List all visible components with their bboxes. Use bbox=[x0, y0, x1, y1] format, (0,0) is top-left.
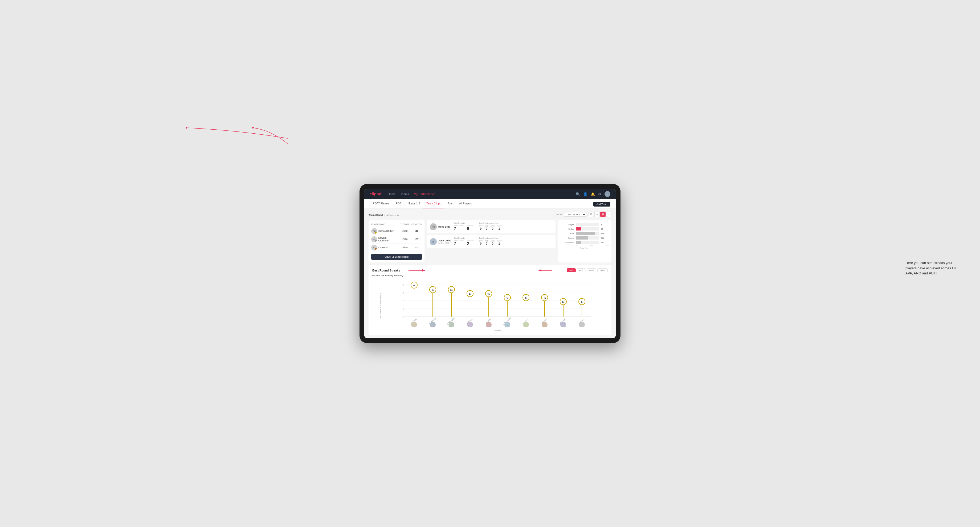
putt-group-1: PUTT 1 bbox=[497, 240, 501, 245]
bottom-header: Best Round Streaks OTT APP ARG PUTT bbox=[372, 268, 608, 272]
svg-point-55 bbox=[486, 322, 492, 327]
subnav-all-players[interactable]: All Players bbox=[456, 199, 475, 208]
nav-teams[interactable]: Teams bbox=[401, 192, 409, 195]
bar-container-dbogeys bbox=[576, 241, 599, 244]
svg-text:6: 6 bbox=[403, 292, 404, 294]
card-avatar-1: JC bbox=[430, 238, 437, 245]
bar-label-eagles: Eagles bbox=[561, 224, 574, 225]
bar-bogeys: Bogeys 311 bbox=[561, 237, 609, 240]
filter-putt[interactable]: PUTT bbox=[597, 268, 608, 272]
svg-text:4x: 4x bbox=[525, 297, 527, 299]
practice-value-1: 2 bbox=[467, 241, 474, 246]
view-full-leaderboard-btn[interactable]: View Full Leaderboard bbox=[371, 254, 422, 260]
y-axis-label: Best Streak, Fairway Accuracy bbox=[379, 293, 381, 318]
card-view-btn[interactable]: ▦ bbox=[600, 211, 606, 217]
practice-activities-label-1: Total Practice Activities bbox=[479, 237, 501, 239]
subnav-pga[interactable]: PGA bbox=[393, 199, 404, 208]
bar-container-birdies bbox=[576, 227, 599, 230]
filter-ott[interactable]: OTT bbox=[567, 268, 576, 272]
badge-silver-2: 2 bbox=[375, 240, 377, 242]
search-icon[interactable]: 🔍 bbox=[576, 192, 580, 196]
table-row[interactable]: EC 2 Edward Crossman 18/20 107 bbox=[371, 235, 422, 243]
player-card-0[interactable]: RB Rees Britt Total Rounds Tournament bbox=[427, 220, 555, 233]
table-row[interactable]: C 3 Cameron... 17/20 103 bbox=[371, 243, 422, 252]
detail-view-btn[interactable]: ↕ bbox=[606, 211, 611, 217]
bar-container-pars bbox=[576, 232, 599, 235]
practice-activities-label: Total Practice Activities bbox=[479, 222, 501, 224]
nav-my-performance[interactable]: My Performance bbox=[414, 192, 435, 195]
arg-val: 0 bbox=[490, 227, 495, 230]
bar-fill-pars bbox=[576, 232, 595, 235]
bar-eagles: Eagles 3 bbox=[561, 223, 609, 226]
practice-activities-group-1: Total Practice Activities OTT 0 APP 0 bbox=[479, 237, 501, 246]
bar-fill-birdies bbox=[576, 227, 581, 230]
show-controls: Show Last 3 months ⊞ ≡ ▦ ↕ bbox=[556, 211, 611, 217]
add-team-button[interactable]: Add Team bbox=[593, 202, 610, 206]
bar-label-bogeys: Bogeys bbox=[561, 237, 574, 239]
putt-val-1: 1 bbox=[497, 242, 501, 245]
tournament-value-1: 7 bbox=[454, 241, 464, 246]
subtitle-metric: Off The Tee bbox=[372, 275, 384, 277]
card-name-1: Josh Coles bbox=[438, 239, 451, 242]
list-view-btn[interactable]: ≡ bbox=[594, 211, 600, 217]
bar-fill-dbogeys bbox=[576, 241, 581, 244]
player-card-1[interactable]: JC Josh Coles 26 Aug 2023 Total Rounds bbox=[427, 235, 555, 248]
user-icon[interactable]: 👤 bbox=[583, 192, 587, 196]
subnav-hcaps[interactable]: Hcaps 1-5 bbox=[405, 199, 423, 208]
practice-stat-1: Practice 2 bbox=[467, 240, 474, 246]
player-avg-2: 107 bbox=[411, 238, 422, 241]
subnav-tour[interactable]: Tour bbox=[444, 199, 456, 208]
svg-text:2: 2 bbox=[403, 308, 404, 310]
chart-x-title: Total Shots bbox=[561, 247, 609, 249]
subtitle-detail: Fairway Accuracy bbox=[385, 275, 403, 277]
tablet-frame: clippd Home Teams My Performance 🔍 👤 🔔 ⚙… bbox=[360, 184, 620, 343]
streak-filters: OTT APP ARG PUTT bbox=[567, 268, 608, 272]
user-avatar[interactable]: U bbox=[605, 191, 610, 197]
settings-icon[interactable]: ⚙ bbox=[598, 192, 601, 196]
bar-birdies: Birdies 96 bbox=[561, 227, 609, 230]
arg-group-1: ARG 0 bbox=[490, 240, 495, 245]
chart-subtitle: Off The Tee, Fairway Accuracy bbox=[372, 275, 608, 277]
show-label: Show bbox=[556, 213, 562, 216]
tournament-stat: Tournament 7 bbox=[454, 225, 464, 231]
bar-fill-bogeys bbox=[576, 237, 588, 240]
nav-links: Home Teams My Performance bbox=[388, 192, 570, 195]
nav-home[interactable]: Home bbox=[388, 192, 396, 195]
svg-point-58 bbox=[542, 322, 547, 327]
table-row[interactable]: RB 1 Richard Butler 19/20 110 bbox=[371, 227, 422, 235]
svg-text:4: 4 bbox=[403, 300, 404, 302]
app-val: 0 bbox=[485, 227, 488, 230]
total-rounds-label: Total Rounds bbox=[454, 222, 474, 224]
bar-dbogeys: D. Bogeys + 131 bbox=[561, 241, 609, 244]
bar-label-birdies: Birdies bbox=[561, 228, 574, 230]
total-rounds-group-1: Total Rounds Tournament 7 Practice 2 bbox=[454, 237, 474, 246]
logo: clippd bbox=[370, 192, 381, 196]
svg-point-59 bbox=[560, 322, 566, 327]
svg-text:5x: 5x bbox=[488, 293, 490, 295]
badge-bronze-3: 3 bbox=[375, 248, 377, 251]
arg-group: ARG 0 bbox=[490, 225, 495, 230]
players-x-label: Players bbox=[388, 330, 608, 332]
arg-val-1: 0 bbox=[490, 242, 495, 245]
svg-text:3x: 3x bbox=[562, 301, 565, 303]
filter-arg[interactable]: ARG bbox=[587, 268, 596, 272]
grid-view-btn[interactable]: ⊞ bbox=[589, 211, 594, 217]
card-date-1: 26 Aug 2023 bbox=[438, 242, 451, 244]
x-label-400: 400 bbox=[606, 244, 609, 246]
svg-text:8: 8 bbox=[403, 284, 404, 286]
svg-point-54 bbox=[467, 322, 473, 327]
subnav-pgat-players[interactable]: PGAT Players bbox=[370, 199, 393, 208]
bar-fill-eagles bbox=[576, 223, 576, 226]
col-pb-score: PB SCORE bbox=[398, 223, 411, 225]
bar-label-dbogeys: D. Bogeys + bbox=[561, 242, 574, 243]
ott-group-1: OTT 0 bbox=[479, 240, 482, 245]
subnav-team-clippd[interactable]: Team Clippd bbox=[423, 199, 444, 208]
edit-icon[interactable]: ✏ bbox=[397, 214, 399, 217]
period-select[interactable]: Last 3 months bbox=[564, 212, 586, 217]
bell-icon[interactable]: 🔔 bbox=[591, 192, 595, 196]
avatar-2: EC 2 bbox=[371, 237, 377, 242]
player-info-3: C 3 Cameron... bbox=[371, 244, 398, 251]
player-name-3: Cameron... bbox=[379, 246, 390, 249]
svg-text:7x: 7x bbox=[413, 284, 415, 287]
filter-app[interactable]: APP bbox=[577, 268, 586, 272]
